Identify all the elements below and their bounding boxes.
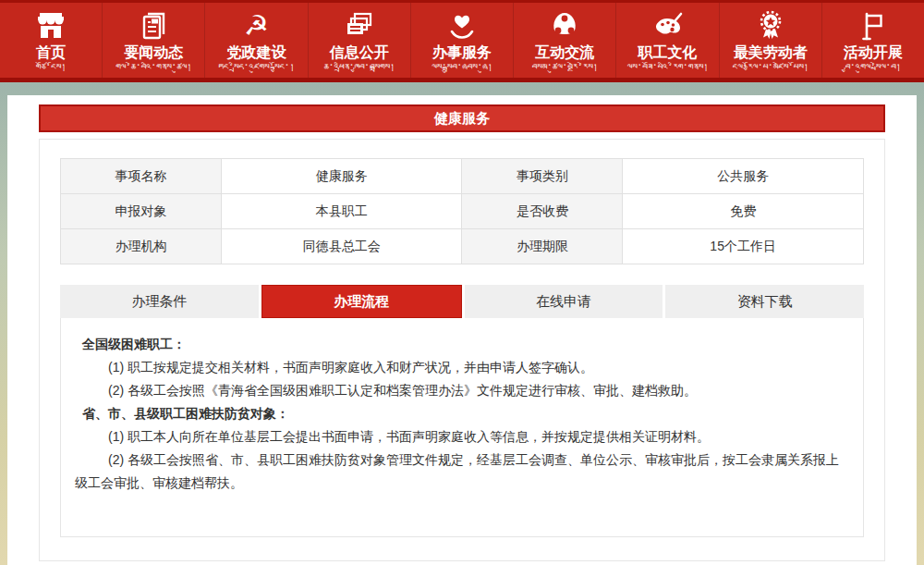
info-label-item-category: 事项类别 [462, 159, 623, 194]
tab-content-process: 全国级困难职工： (1) 职工按规定提交相关材料，书面声明家庭收入和财产状况，并… [60, 318, 864, 537]
nav-item-model-workers[interactable]: 最美劳动者 ངལ་རྩོལ་པ་མཛེས་པོས། [720, 3, 822, 78]
nav-tibetan-label: ལས་སྒྲུབ་ཞབས་ཞུ། [411, 61, 513, 74]
detail-tabs: 办理条件 办理流程 在线申请 资料下载 [60, 285, 864, 318]
nav-item-activities[interactable]: 活动开展 བྱ་འགུལ་སྤེལ་བ། [822, 3, 924, 78]
nav-item-news[interactable]: 要闻动态 གལ་ཆེ་བའི་གནས་ཚུལ། [103, 3, 205, 78]
page-title: 健康服务 [39, 104, 885, 132]
nav-tibetan-label: ལས་བཟོ་པའི་རིག་གནས། [616, 61, 718, 74]
nav-item-worker-culture[interactable]: 职工文化 ལས་བཟོ་པའི་རིག་གནས། [616, 3, 719, 78]
section-item: (1) 职工本人向所在单位基层工会提出书面申请，书面声明家庭收入等信息，并按规定… [75, 425, 849, 448]
table-row: 申报对象 本县职工 是否收费 免费 [61, 194, 864, 229]
nav-tibetan-label: གཙོ་ངོས། [0, 61, 102, 74]
nav-label: 党政建设 [205, 43, 307, 61]
tab-conditions[interactable]: 办理条件 [60, 285, 259, 318]
storefront-icon [0, 8, 102, 43]
main-navbar: 首页 གཙོ་ངོས། 要闻动态 གལ་ཆེ་བའི་གནས་ཚུལ། ☭ 党政… [0, 0, 924, 78]
palette-icon [616, 8, 718, 43]
info-label-duration: 办理期限 [462, 229, 623, 264]
nav-tibetan-label: བསམ་ཚུལ་བརྗེ་རེས། [514, 61, 615, 74]
nav-item-interaction[interactable]: 互动交流 བསམ་ཚུལ་བརྗེ་རེས། [514, 3, 616, 78]
nav-item-party-building[interactable]: ☭ 党政建设 ཏང་སྲིད་འཛུགས་སྐྱོང་། [205, 3, 308, 78]
nav-label: 最美劳动者 [720, 43, 821, 61]
info-label-fee: 是否收费 [462, 194, 623, 229]
nav-item-home[interactable]: 首页 གཙོ་ངོས། [0, 3, 103, 78]
tab-downloads[interactable]: 资料下载 [665, 285, 864, 318]
tab-process[interactable]: 办理流程 [261, 285, 462, 318]
nav-label: 要闻动态 [103, 43, 204, 61]
info-label-applicant: 申报对象 [61, 194, 222, 229]
documents-icon [309, 8, 410, 43]
nav-tibetan-label: ངལ་རྩོལ་པ་མཛེས་པོས། [720, 61, 821, 74]
flag-icon [822, 8, 924, 43]
table-row: 事项名称 健康服务 事项类别 公共服务 [61, 159, 864, 194]
heart-hand-icon [411, 8, 513, 43]
table-row: 办理机构 同德县总工会 办理期限 15个工作日 [61, 229, 864, 264]
newspaper-icon [103, 8, 204, 43]
share-network-icon [514, 8, 615, 43]
info-label-agency: 办理机构 [61, 229, 222, 264]
nav-item-info-disclosure[interactable]: 信息公开 ཆ་འཕྲིན་ཁྱབ་བསྒྲགས། [309, 3, 411, 78]
info-value-item-name: 健康服务 [221, 159, 462, 194]
info-label-item-name: 事项名称 [61, 159, 222, 194]
service-info-table: 事项名称 健康服务 事项类别 公共服务 申报对象 本县职工 是否收费 免费 办理… [60, 158, 864, 264]
nav-tibetan-label: ཆ་འཕྲིན་ཁྱབ་བསྒྲགས། [309, 61, 410, 74]
nav-tibetan-label: གལ་ཆེ་བའི་གནས་ཚུལ། [103, 61, 204, 74]
nav-label: 活动开展 [822, 43, 924, 61]
service-detail-panel: 事项名称 健康服务 事项类别 公共服务 申报对象 本县职工 是否收费 免费 办理… [39, 139, 885, 561]
nav-item-services[interactable]: 办事服务 ལས་སྒྲུབ་ཞབས་ཞུ། [411, 3, 514, 78]
nav-label: 互动交流 [514, 43, 615, 61]
section-item: (2) 各级工会按照《青海省全国级困难职工认定和档案管理办法》文件规定进行审核、… [75, 379, 849, 402]
section-heading: 省、市、县级职工困难扶防贫对象： [75, 402, 849, 425]
nav-tibetan-label: བྱ་འགུལ་སྤེལ་བ། [822, 61, 924, 74]
info-value-agency: 同德县总工会 [221, 229, 462, 264]
medal-icon [720, 8, 821, 43]
tab-online-apply[interactable]: 在线申请 [465, 285, 663, 318]
section-heading: 全国级困难职工： [75, 333, 849, 356]
nav-label: 办事服务 [411, 43, 513, 61]
nav-label: 首页 [0, 43, 102, 61]
info-value-item-category: 公共服务 [623, 159, 864, 194]
navbar-bottom-divider [0, 78, 924, 82]
section-item: (1) 职工按规定提交相关材料，书面声明家庭收入和财产状况，并由申请人签字确认。 [75, 356, 849, 379]
info-value-duration: 15个工作日 [623, 229, 864, 264]
nav-label: 信息公开 [309, 43, 410, 61]
info-value-applicant: 本县职工 [221, 194, 462, 229]
nav-label: 职工文化 [616, 43, 718, 61]
page-content-wrapper: 健康服务 事项名称 健康服务 事项类别 公共服务 申报对象 本县职工 是否收费 … [7, 95, 917, 565]
nav-tibetan-label: ཏང་སྲིད་འཛུགས་སྐྱོང་། [205, 61, 307, 74]
section-item: (2) 各级工会按照省、市、县职工困难扶防贫对象管理文件规定，经基层工会调查、单… [75, 448, 849, 495]
party-emblem-icon: ☭ [205, 8, 307, 43]
info-value-fee: 免费 [623, 194, 864, 229]
